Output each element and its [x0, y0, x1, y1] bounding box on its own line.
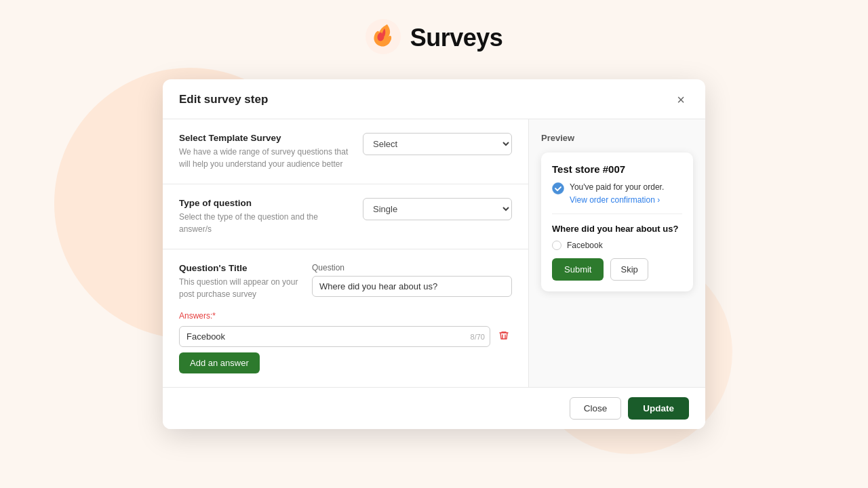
- question-title-label: Question's Title: [179, 263, 301, 273]
- modal-footer: Close Update: [163, 387, 705, 429]
- question-type-select-group: Single Multiple Text: [363, 198, 512, 220]
- preview-submit-button[interactable]: Submit: [552, 258, 604, 281]
- question-type-label-group: Type of question Select the type of the …: [179, 198, 352, 235]
- question-header-row: Question's Title This question will appe…: [179, 263, 512, 300]
- question-title-description: This question will appear on your post p…: [179, 276, 301, 300]
- preview-skip-button[interactable]: Skip: [610, 258, 648, 281]
- preview-radio-button[interactable]: [552, 241, 561, 250]
- footer-close-button[interactable]: Close: [570, 397, 622, 420]
- modal-close-button[interactable]: ×: [673, 92, 689, 108]
- footer-update-button[interactable]: Update: [628, 397, 689, 420]
- modal-overlay: Edit survey step × Select Template Surve…: [0, 0, 868, 488]
- question-input-group: Question: [312, 263, 512, 297]
- question-text-input[interactable]: [312, 276, 512, 297]
- answer-count: 8/70: [471, 333, 485, 341]
- svg-point-1: [553, 183, 564, 195]
- question-type-section: Type of question Select the type of the …: [163, 184, 528, 249]
- modal-title: Edit survey step: [179, 93, 268, 106]
- preview-label: Preview: [541, 133, 693, 143]
- modal-header: Edit survey step ×: [163, 79, 705, 119]
- modal-body: Select Template Survey We have a wide ra…: [163, 119, 705, 387]
- preview-card: Test store #007 You've paid for your ord…: [541, 152, 693, 291]
- question-type-description: Select the type of the question and the …: [179, 211, 352, 235]
- answers-label: Answers:*: [179, 311, 512, 321]
- question-title-label-group: Question's Title This question will appe…: [179, 263, 301, 300]
- preview-store-name: Test store #007: [552, 163, 682, 175]
- template-description: We have a wide range of survey questions…: [179, 146, 352, 170]
- template-select-group: Select Template 1 Template 2: [363, 133, 512, 155]
- answer-input-wrapper: 8/70: [179, 326, 490, 347]
- preview-order-paid-text: You've paid for your order.: [570, 182, 664, 193]
- question-title-section: Question's Title This question will appe…: [163, 249, 528, 387]
- template-label-group: Select Template Survey We have a wide ra…: [179, 133, 352, 170]
- preview-survey-question: Where did you hear about us?: [552, 224, 682, 234]
- template-select[interactable]: Select Template 1 Template 2: [363, 133, 512, 155]
- template-label: Select Template Survey: [179, 133, 352, 143]
- edit-survey-modal: Edit survey step × Select Template Surve…: [163, 79, 705, 429]
- preview-option-label: Facebook: [567, 241, 603, 250]
- form-panel: Select Template Survey We have a wide ra…: [163, 119, 529, 387]
- answer-input[interactable]: [179, 326, 490, 347]
- preview-option-row: Facebook: [552, 241, 682, 250]
- check-circle-icon: [552, 182, 564, 195]
- delete-answer-button[interactable]: [496, 327, 512, 346]
- question-type-select[interactable]: Single Multiple Text: [363, 198, 512, 220]
- template-survey-section: Select Template Survey We have a wide ra…: [163, 119, 528, 184]
- preview-order-info: You've paid for your order. View order c…: [570, 182, 664, 205]
- question-type-label: Type of question: [179, 198, 352, 208]
- answer-row: 8/70: [179, 326, 512, 347]
- preview-order-link[interactable]: View order confirmation ›: [570, 195, 660, 205]
- answers-section: Answers:* 8/70: [179, 311, 512, 373]
- preview-panel: Preview Test store #007 You've paid for …: [529, 119, 705, 387]
- preview-order-status: You've paid for your order. View order c…: [552, 182, 682, 214]
- question-input-label: Question: [312, 263, 512, 272]
- add-answer-button[interactable]: Add an answer: [179, 352, 260, 373]
- preview-actions: Submit Skip: [552, 258, 682, 281]
